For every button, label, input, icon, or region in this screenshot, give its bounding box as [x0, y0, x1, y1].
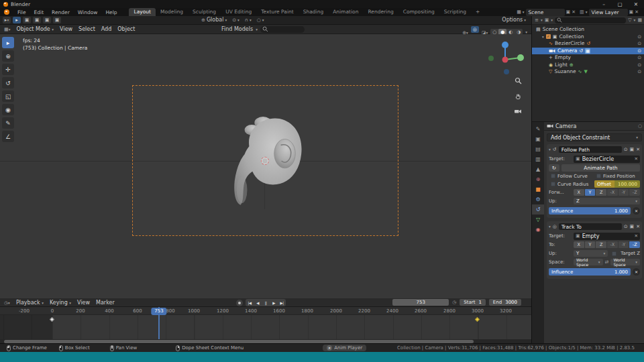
- tab-world-icon[interactable]: ⊕: [532, 174, 544, 184]
- tab-constraints-icon[interactable]: ↺: [532, 204, 544, 215]
- measure-tool-icon[interactable]: ∠: [2, 131, 14, 142]
- tab-material-icon[interactable]: ◉: [532, 225, 544, 235]
- offset-slider[interactable]: Offset 100.000: [594, 180, 640, 188]
- playhead-frame-badge[interactable]: 753: [151, 308, 166, 315]
- menu-marker[interactable]: Marker: [96, 300, 115, 306]
- target-field[interactable]: ▣ Empty ✕: [574, 233, 640, 240]
- jump-to-start-button[interactable]: |◀: [246, 299, 254, 306]
- axis-neg-x-button[interactable]: -X: [607, 189, 618, 196]
- active-tool-icon[interactable]: ▸▾: [3, 17, 11, 23]
- end-frame-field[interactable]: End 3000: [489, 299, 521, 306]
- tab-layout[interactable]: Layout: [129, 8, 156, 16]
- select-box-tool-button[interactable]: ▸: [13, 17, 21, 23]
- view-layer-name-field[interactable]: View Layer: [589, 9, 628, 16]
- timeline-scrollbar-thumb[interactable]: [4, 340, 474, 343]
- up-axis-dropdown[interactable]: Y ▾: [574, 250, 608, 257]
- outliner-row-suzanne[interactable]: ▽ Suzanne ∿ ▼ ⊙: [532, 68, 644, 76]
- animate-path-icon[interactable]: ↻: [549, 164, 559, 172]
- tab-compositing[interactable]: Compositing: [398, 8, 439, 16]
- current-frame-field[interactable]: 753: [392, 299, 449, 306]
- outliner-filter-id-icon[interactable]: ▣: [545, 17, 549, 23]
- blender-menu-icon[interactable]: [4, 9, 9, 15]
- remove-keyframe-icon[interactable]: ✕: [633, 268, 640, 276]
- move-tool-icon[interactable]: ✛: [2, 64, 14, 75]
- snap-toggle[interactable]: ∩▾: [245, 17, 252, 23]
- view-layer-selector[interactable]: ▥ ▾ View Layer ▣ ✕: [580, 9, 639, 16]
- collection-checkbox[interactable]: ✓: [546, 34, 551, 39]
- extras-icon[interactable]: ▣: [630, 224, 635, 229]
- influence-slider[interactable]: Influence 1.000: [549, 268, 631, 276]
- mute-eye-icon[interactable]: ⊙: [624, 224, 628, 229]
- tab-uv-editing[interactable]: UV Editing: [221, 8, 256, 16]
- menu-view[interactable]: View: [77, 300, 90, 306]
- scale-tool-icon[interactable]: ◱: [2, 90, 14, 102]
- follow-curve-checkbox[interactable]: [551, 174, 555, 178]
- viewport-menu-object[interactable]: Object: [117, 26, 135, 32]
- tab-shading[interactable]: Shading: [299, 8, 328, 16]
- menu-render[interactable]: Render: [48, 9, 74, 15]
- select-box-tool-icon[interactable]: ▸: [2, 37, 14, 48]
- timeline-editor-type-dropdown[interactable]: ◷▾: [4, 300, 10, 306]
- outliner-search-input[interactable]: [555, 17, 626, 23]
- tab-object-data-icon[interactable]: ▽: [532, 215, 544, 225]
- outliner-row-empty[interactable]: + Empty ⊙: [532, 54, 644, 62]
- panel-expand-icon[interactable]: ▾: [549, 225, 551, 229]
- minimize-button[interactable]: –: [596, 1, 612, 7]
- animate-path-button[interactable]: Animate Path: [561, 164, 640, 172]
- zoom-icon[interactable]: [515, 77, 522, 84]
- tab-sculpting[interactable]: Sculpting: [188, 8, 221, 16]
- navigation-gizmo[interactable]: [487, 38, 525, 76]
- outliner-row-light[interactable]: ◉ Light ⊕ ⊙: [532, 62, 644, 69]
- target-z-checkbox[interactable]: [612, 251, 616, 256]
- axis-neg-y-button[interactable]: -Y: [619, 189, 629, 196]
- clear-target-icon[interactable]: ✕: [635, 233, 638, 239]
- timeline-ruler[interactable]: -200 0 200 400 600 800 1000 1200 1400 16…: [0, 307, 531, 315]
- axis-y-button[interactable]: Y: [585, 189, 596, 196]
- outliner-display-mode-icon[interactable]: ≡: [535, 17, 539, 23]
- influence-slider[interactable]: Influence 1.000: [549, 207, 631, 215]
- tab-modeling[interactable]: Modeling: [156, 8, 188, 16]
- constraint-name-field[interactable]: Follow Path: [559, 146, 622, 153]
- gizmo-y-neg-axis[interactable]: [488, 56, 494, 61]
- gizmo-y-axis[interactable]: [517, 54, 524, 61]
- remove-keyframe-icon[interactable]: ✕: [633, 207, 640, 215]
- tab-output-icon[interactable]: ▤: [532, 144, 544, 154]
- menu-help[interactable]: Help: [101, 9, 121, 15]
- add-workspace-button[interactable]: +: [471, 8, 484, 16]
- filter-funnel-icon[interactable]: ▽: [628, 17, 631, 23]
- select-mode-new-icon[interactable]: ▣: [23, 17, 31, 23]
- eye-icon[interactable]: ⊙: [637, 40, 641, 48]
- menu-edit[interactable]: Edit: [30, 9, 48, 15]
- select-mode-intersect-icon[interactable]: ▣: [53, 17, 61, 23]
- axis-neg-y-button[interactable]: -Y: [619, 241, 629, 248]
- gizmo-x-axis[interactable]: [502, 57, 508, 63]
- cursor-tool-icon[interactable]: ⊕: [2, 50, 14, 62]
- use-preview-range-icon[interactable]: ◷: [452, 300, 456, 305]
- outliner-row-beziercircle[interactable]: ∿ BezierCircle ↺ ⊙: [532, 40, 644, 48]
- find-models-dropdown[interactable]: Find Models: [221, 26, 253, 32]
- close-button[interactable]: ✕: [628, 1, 644, 7]
- new-collection-icon[interactable]: ▦: [637, 17, 642, 23]
- new-scene-icon[interactable]: ▣: [566, 9, 571, 15]
- outliner-row-collection[interactable]: ▾ ✓ ▣ Collection ⊙: [532, 34, 644, 41]
- anim-player-indicator[interactable]: ✕ Anim Player: [323, 345, 366, 351]
- eye-icon[interactable]: ⊙: [637, 48, 641, 55]
- tab-view-layer-icon[interactable]: ▥: [532, 154, 544, 164]
- panel-expand-icon[interactable]: ▾: [549, 147, 551, 152]
- viewport-canvas[interactable]: fps: 24 (753) Collection | Camera ▸ ⊕ ✛ …: [0, 34, 531, 298]
- axis-x-button[interactable]: X: [574, 241, 584, 248]
- axis-z-button[interactable]: Z: [596, 189, 606, 196]
- constraint-name-field[interactable]: Track To: [559, 223, 622, 230]
- tab-render-icon[interactable]: ▣: [532, 134, 544, 144]
- owner-space-dropdown[interactable]: World Space ▾: [574, 259, 603, 265]
- target-field[interactable]: ▣ BezierCircle ✕: [574, 156, 640, 163]
- outliner-row-camera[interactable]: Camera ↺ ▦ ⊙: [532, 48, 644, 55]
- axis-y-button[interactable]: Y: [585, 241, 596, 248]
- curve-radius-checkbox[interactable]: [551, 182, 555, 186]
- eye-icon[interactable]: ⊙: [637, 34, 641, 41]
- scene-selector[interactable]: ▦ ▾ Scene ▣ ✕: [517, 9, 576, 16]
- find-models-search-input[interactable]: [260, 26, 305, 33]
- scene-name-field[interactable]: Scene: [526, 9, 565, 16]
- pin-icon[interactable]: ○: [638, 123, 642, 129]
- axis-x-button[interactable]: X: [574, 189, 584, 196]
